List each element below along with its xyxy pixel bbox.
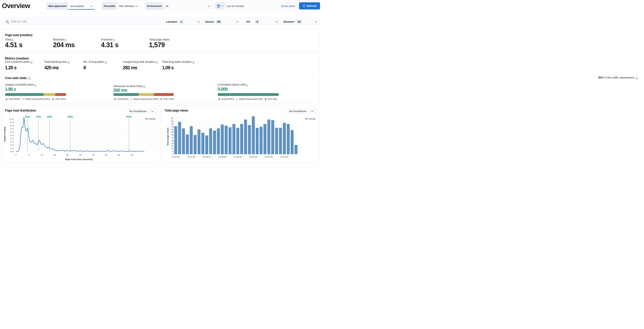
svg-text:50th: 50th bbox=[25, 115, 30, 118]
svg-text:10:36:00: 10:36:00 bbox=[218, 156, 226, 158]
svg-text:10 %: 10 % bbox=[9, 118, 14, 121]
svg-text:45: 45 bbox=[131, 154, 133, 156]
svg-text:10: 10 bbox=[40, 154, 43, 156]
svg-text:4 %: 4 % bbox=[10, 137, 14, 140]
svg-text:75th: 75th bbox=[36, 115, 41, 118]
svg-text:10:34:00: 10:34:00 bbox=[202, 156, 211, 158]
svg-text:9 %: 9 % bbox=[10, 121, 14, 124]
svg-text:20: 20 bbox=[66, 154, 69, 156]
svg-text:5: 5 bbox=[28, 154, 30, 156]
svg-text:0 %: 0 % bbox=[10, 150, 14, 153]
svg-text:65: 65 bbox=[171, 117, 174, 120]
svg-text:50: 50 bbox=[171, 126, 174, 128]
svg-text:40: 40 bbox=[171, 131, 174, 133]
svg-text:25: 25 bbox=[171, 139, 174, 142]
svg-text:35: 35 bbox=[105, 154, 107, 156]
svg-text:30: 30 bbox=[171, 137, 174, 139]
svg-text:45: 45 bbox=[171, 128, 174, 131]
svg-text:55: 55 bbox=[171, 123, 174, 125]
svg-text:7 %: 7 % bbox=[10, 128, 14, 130]
svg-text:10:32:00: 10:32:00 bbox=[187, 156, 196, 158]
svg-text:40: 40 bbox=[118, 154, 120, 156]
svg-text:0: 0 bbox=[16, 154, 17, 156]
svg-text:Page load time (seconds): Page load time (seconds) bbox=[65, 158, 93, 161]
svg-text:10:42:00: 10:42:00 bbox=[265, 156, 273, 158]
svg-text:10:44:00: 10:44:00 bbox=[280, 156, 288, 158]
svg-text:20: 20 bbox=[171, 142, 174, 144]
svg-text:6 %: 6 % bbox=[10, 131, 14, 133]
svg-text:Pages loaded: Pages loaded bbox=[3, 127, 6, 142]
svg-text:1 %: 1 % bbox=[10, 147, 14, 150]
svg-text:8 %: 8 % bbox=[10, 125, 14, 127]
svg-text:10:40:00: 10:40:00 bbox=[249, 156, 258, 158]
svg-text:3 %: 3 % bbox=[10, 141, 14, 143]
svg-text:30: 30 bbox=[92, 154, 94, 156]
svg-text:2 %: 2 % bbox=[10, 144, 14, 146]
svg-text:25: 25 bbox=[79, 154, 82, 156]
svg-text:15: 15 bbox=[53, 154, 56, 156]
svg-text:15: 15 bbox=[171, 145, 174, 147]
svg-text:10:38:00: 10:38:00 bbox=[234, 156, 242, 158]
svg-text:5: 5 bbox=[172, 150, 174, 153]
svg-text:Overall: Overall bbox=[308, 117, 315, 120]
svg-text:95th: 95th bbox=[68, 115, 73, 118]
svg-text:35: 35 bbox=[171, 134, 174, 136]
svg-text:60: 60 bbox=[171, 120, 174, 123]
svg-text:5 %: 5 % bbox=[10, 134, 14, 137]
svg-text:99th: 99th bbox=[126, 115, 132, 118]
svg-text:Overall: Overall bbox=[148, 117, 156, 120]
svg-text:Total page views: Total page views bbox=[166, 127, 169, 146]
svg-text:0: 0 bbox=[172, 153, 174, 156]
svg-text:90th: 90th bbox=[47, 115, 52, 118]
svg-text:10:30:00: 10:30:00 bbox=[172, 156, 180, 158]
svg-text:10: 10 bbox=[171, 148, 174, 150]
